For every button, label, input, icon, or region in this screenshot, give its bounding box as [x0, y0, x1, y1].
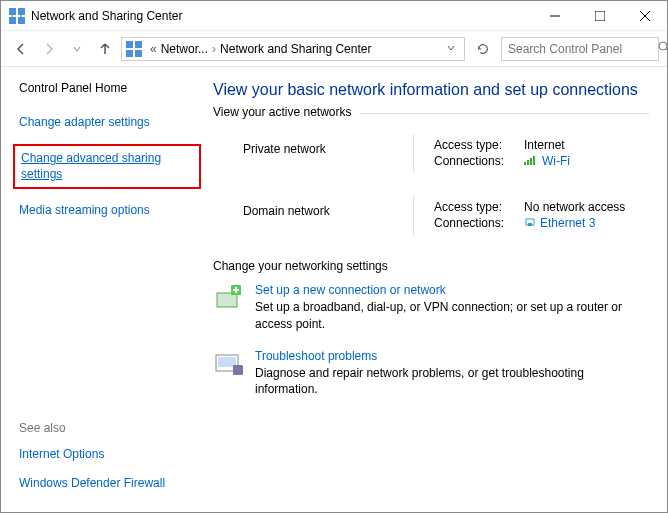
sidebar: Control Panel Home Change adapter settin…: [1, 67, 205, 510]
setup-connection-link[interactable]: Set up a new connection or network: [255, 283, 446, 297]
media-streaming-link[interactable]: Media streaming options: [19, 203, 193, 219]
svg-rect-0: [9, 8, 16, 15]
page-title: View your basic network information and …: [213, 81, 649, 99]
chevron-down-icon[interactable]: [446, 42, 456, 56]
forward-button[interactable]: [37, 37, 61, 61]
access-type-label: Access type:: [434, 200, 524, 214]
location-icon: [126, 41, 142, 57]
wifi-signal-icon: [524, 154, 538, 164]
breadcrumb-item-2[interactable]: Network and Sharing Center: [220, 42, 371, 56]
breadcrumb-item-1[interactable]: Networ...: [161, 42, 208, 56]
svg-rect-19: [533, 156, 535, 165]
internet-options-link[interactable]: Internet Options: [19, 447, 193, 463]
control-panel-home-link[interactable]: Control Panel Home: [19, 81, 193, 97]
search-input[interactable]: [508, 42, 658, 56]
highlight-box: Change advanced sharing settings: [13, 144, 201, 189]
main-content: View your basic network information and …: [205, 67, 667, 510]
close-button[interactable]: [622, 1, 667, 31]
svg-rect-13: [135, 50, 142, 57]
back-button[interactable]: [9, 37, 33, 61]
breadcrumb[interactable]: « Networ... › Network and Sharing Center: [121, 37, 465, 61]
network-item: Private network Access type:Internet Con…: [213, 134, 649, 172]
change-settings-legend: Change your networking settings: [213, 259, 649, 273]
troubleshoot-icon: [213, 349, 245, 377]
breadcrumb-sep[interactable]: «: [150, 42, 157, 56]
access-type-value: No network access: [524, 200, 625, 214]
troubleshoot-link[interactable]: Troubleshoot problems: [255, 349, 377, 363]
active-networks-section: View your active networks Private networ…: [213, 113, 649, 235]
app-icon: [9, 8, 25, 24]
setup-connection-desc: Set up a broadband, dial-up, or VPN conn…: [255, 299, 649, 333]
connections-label: Connections:: [434, 216, 524, 231]
task-troubleshoot: Troubleshoot problems Diagnose and repai…: [213, 349, 649, 399]
titlebar: Network and Sharing Center: [1, 1, 667, 31]
troubleshoot-desc: Diagnose and repair network problems, or…: [255, 365, 649, 399]
change-advanced-sharing-link[interactable]: Change advanced sharing settings: [21, 151, 193, 182]
refresh-button[interactable]: [469, 37, 497, 61]
ethernet-connection-link[interactable]: Ethernet 3: [540, 216, 595, 231]
new-connection-icon: [213, 283, 245, 311]
task-setup-connection: Set up a new connection or network Set u…: [213, 283, 649, 333]
svg-rect-2: [9, 17, 16, 24]
svg-point-14: [659, 42, 667, 50]
window-title: Network and Sharing Center: [31, 9, 532, 23]
svg-rect-16: [524, 162, 526, 165]
svg-rect-1: [18, 8, 25, 15]
svg-rect-21: [528, 223, 532, 226]
svg-rect-7: [595, 11, 605, 21]
change-adapter-link[interactable]: Change adapter settings: [19, 115, 193, 131]
recent-dropdown[interactable]: [65, 37, 89, 61]
svg-rect-3: [18, 17, 25, 24]
access-type-label: Access type:: [434, 138, 524, 152]
search-box[interactable]: [501, 37, 659, 61]
wifi-connection-link[interactable]: Wi-Fi: [542, 154, 570, 168]
search-icon[interactable]: [658, 41, 668, 56]
network-name: Private network: [213, 134, 413, 156]
minimize-button[interactable]: [532, 1, 577, 31]
access-type-value: Internet: [524, 138, 565, 152]
connections-label: Connections:: [434, 154, 524, 168]
up-button[interactable]: [93, 37, 117, 61]
svg-rect-10: [126, 41, 133, 48]
address-bar: « Networ... › Network and Sharing Center: [1, 31, 667, 67]
network-name: Domain network: [213, 196, 413, 218]
ethernet-icon: [524, 216, 536, 231]
svg-rect-22: [217, 293, 237, 307]
svg-rect-12: [126, 50, 133, 57]
svg-rect-18: [530, 158, 532, 165]
chevron-right-icon[interactable]: ›: [212, 42, 216, 56]
svg-rect-26: [233, 365, 243, 375]
svg-rect-11: [135, 41, 142, 48]
svg-rect-17: [527, 160, 529, 165]
firewall-link[interactable]: Windows Defender Firewall: [19, 476, 193, 492]
see-also-label: See also: [19, 421, 193, 435]
maximize-button[interactable]: [577, 1, 622, 31]
active-networks-legend: View your active networks: [213, 105, 360, 119]
network-item: Domain network Access type:No network ac…: [213, 196, 649, 235]
